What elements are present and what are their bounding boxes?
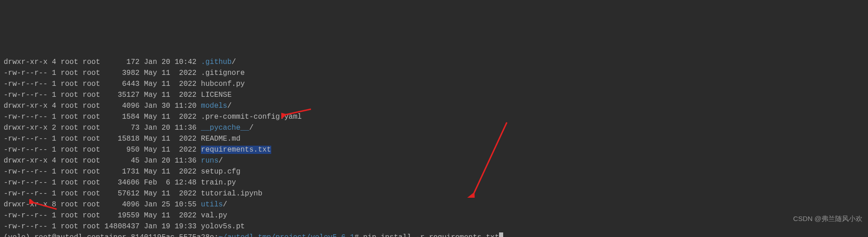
terminal-output[interactable]: drwxr-xr-x 4 root root 172 Jan 20 10:42 … xyxy=(0,0,868,237)
ls-row: -rw-r--r-- 1 root root 950 May 11 2022 r… xyxy=(4,144,864,155)
file-name: train.py xyxy=(201,179,236,187)
file-name: hubconf.py xyxy=(201,80,245,88)
file-name: tutorial.ipynb xyxy=(201,190,262,198)
svg-line-5 xyxy=(34,203,57,209)
file-name: requirements.txt xyxy=(201,146,271,154)
svg-line-1 xyxy=(286,109,311,115)
ls-row: drwxr-xr-x 2 root root 73 Jan 20 11:36 _… xyxy=(4,122,864,133)
annotation-arrow-prompt xyxy=(29,177,61,235)
user-host: root@autodl-container-81401195ac-5575a28… xyxy=(34,233,214,237)
dir-name: .github xyxy=(201,58,231,66)
ls-row: -rw-r--r-- 1 root root 1731 May 11 2022 … xyxy=(4,166,864,177)
file-name: setup.cfg xyxy=(201,168,240,176)
ls-row: drwxr-xr-x 4 root root 45 Jan 20 11:36 r… xyxy=(4,155,864,166)
dir-name: runs xyxy=(201,157,218,165)
terminal-cursor xyxy=(499,232,503,237)
file-name: val.py xyxy=(201,211,227,220)
annotation-arrow-command xyxy=(466,98,511,220)
svg-line-3 xyxy=(474,122,507,193)
file-name: LICENSE xyxy=(201,91,231,99)
dir-name: __pycache__ xyxy=(201,124,249,132)
cwd-path: ~/autodl-tmp/project/yolov5-6.1 xyxy=(219,233,355,237)
file-name: yolov5s.pt xyxy=(201,222,245,231)
ls-row: drwxr-xr-x 4 root root 172 Jan 20 10:42 … xyxy=(4,57,864,68)
ls-row: -rw-r--r-- 1 root root 14808437 Jan 19 1… xyxy=(4,221,864,232)
ls-row: -rw-r--r-- 1 root root 1584 May 11 2022 … xyxy=(4,111,864,122)
ls-row: -rw-r--r-- 1 root root 35127 May 11 2022… xyxy=(4,90,864,100)
terminal-prompt-line[interactable]: (yolo) root@autodl-container-81401195ac-… xyxy=(4,232,864,237)
file-name: README.md xyxy=(201,135,240,143)
annotation-arrow-requirements xyxy=(281,82,313,144)
typed-command: pip install -r requirements.txt xyxy=(363,233,499,237)
dir-name: models xyxy=(201,102,227,110)
ls-row: -rw-r--r-- 1 root root 34606 Feb 6 12:48… xyxy=(4,177,864,188)
ls-row: -rw-r--r-- 1 root root 19559 May 11 2022… xyxy=(4,210,864,221)
ls-row: -rw-r--r-- 1 root root 6443 May 11 2022 … xyxy=(4,79,864,90)
ls-row: drwxr-xr-x 4 root root 4096 Jan 30 11:20… xyxy=(4,100,864,111)
ls-row: drwxr-xr-x 8 root root 4096 Jan 25 10:55… xyxy=(4,199,864,210)
ls-row: -rw-r--r-- 1 root root 15818 May 11 2022… xyxy=(4,133,864,144)
ls-row: -rw-r--r-- 1 root root 57612 May 11 2022… xyxy=(4,188,864,199)
file-name: .gitignore xyxy=(201,69,245,77)
ls-row: -rw-r--r-- 1 root root 3982 May 11 2022 … xyxy=(4,68,864,79)
dir-name: utils xyxy=(201,200,223,209)
